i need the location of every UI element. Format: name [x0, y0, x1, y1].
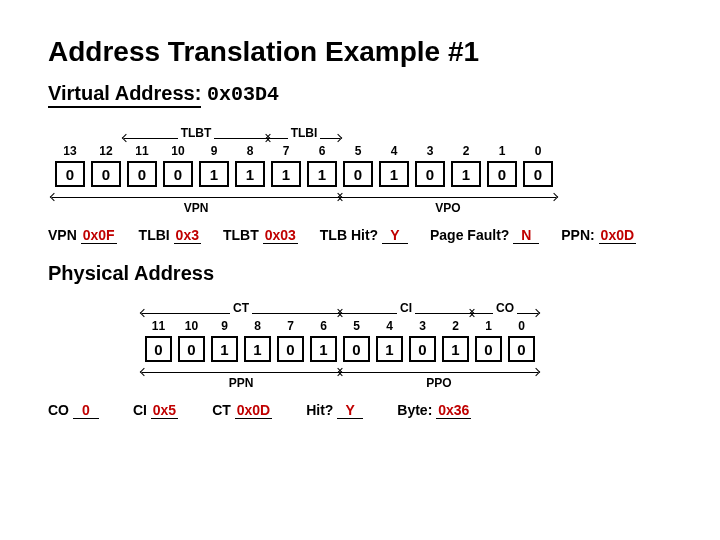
bit-index: 9	[211, 144, 218, 158]
bit-col: 41	[376, 144, 412, 187]
lbl-pagefault: Page Fault?	[430, 227, 509, 243]
lbl-co: CO	[48, 402, 69, 418]
bit-value: 1	[244, 336, 271, 362]
bit-index: 9	[221, 319, 228, 333]
bit-value: 0	[409, 336, 436, 362]
bit-col: 120	[88, 144, 124, 187]
lbl-vpn: VPN	[48, 227, 77, 243]
bit-value: 0	[523, 161, 553, 187]
pbits-diagram: CT CI CO 11010091817061504130211000 PPN …	[138, 301, 672, 388]
ans-byte: 0x36	[436, 402, 471, 419]
bit-col: 91	[196, 144, 232, 187]
ans-tlbt: 0x03	[263, 227, 298, 244]
bit-index: 4	[386, 319, 393, 333]
range-co: CO	[493, 301, 517, 315]
lbl-byte: Byte:	[397, 402, 432, 418]
bit-value: 0	[475, 336, 502, 362]
bit-index: 0	[518, 319, 525, 333]
bit-col: 71	[268, 144, 304, 187]
ans-ci: 0x5	[151, 402, 178, 419]
bit-value: 1	[199, 161, 229, 187]
bit-col: 21	[448, 144, 484, 187]
lbl-tlbhit: TLB Hit?	[320, 227, 378, 243]
bit-index: 12	[99, 144, 112, 158]
vbits-bottom-ranges: VPN VPO	[52, 191, 672, 213]
bit-col: 81	[232, 144, 268, 187]
lbl-cachehit: Hit?	[306, 402, 333, 418]
bit-col: 100	[175, 319, 208, 362]
bit-value: 1	[442, 336, 469, 362]
bit-col: 50	[340, 144, 376, 187]
bit-value: 0	[415, 161, 445, 187]
pa-header: Physical Address	[48, 262, 672, 285]
bit-value: 1	[451, 161, 481, 187]
bit-value: 0	[487, 161, 517, 187]
bit-col: 00	[505, 319, 538, 362]
bit-col: 30	[412, 144, 448, 187]
pa-answers: CO 0 CI 0x5 CT 0x0D Hit? Y Byte: 0x36	[48, 402, 672, 419]
bit-col: 21	[439, 319, 472, 362]
bit-col: 10	[484, 144, 520, 187]
page-title: Address Translation Example #1	[48, 36, 672, 68]
range-tlbi: TLBI	[288, 126, 321, 140]
ans-tlbhit: Y	[382, 227, 408, 244]
ans-ct: 0x0D	[235, 402, 272, 419]
bit-index: 10	[185, 319, 198, 333]
bit-index: 11	[135, 144, 148, 158]
va-answers: VPN 0x0F TLBI 0x3 TLBT 0x03 TLB Hit? Y P…	[48, 227, 672, 244]
ans-tlbi: 0x3	[174, 227, 201, 244]
bit-index: 5	[353, 319, 360, 333]
bit-col: 00	[520, 144, 556, 187]
bit-col: 91	[208, 319, 241, 362]
lbl-tlbt: TLBT	[223, 227, 259, 243]
va-subhead: Virtual Address: 0x03D4	[48, 82, 672, 108]
bit-value: 1	[310, 336, 337, 362]
bit-value: 1	[271, 161, 301, 187]
bit-col: 100	[160, 144, 196, 187]
bit-value: 1	[376, 336, 403, 362]
bit-index: 7	[287, 319, 294, 333]
bit-value: 0	[508, 336, 535, 362]
bit-value: 0	[91, 161, 121, 187]
bit-index: 3	[419, 319, 426, 333]
lbl-tlbi: TLBI	[139, 227, 170, 243]
bit-index: 8	[247, 144, 254, 158]
vbits-diagram: TLBT TLBI 130120110100918171615041302110…	[48, 126, 672, 213]
ans-vpn: 0x0F	[81, 227, 117, 244]
bit-index: 4	[391, 144, 398, 158]
bit-col: 81	[241, 319, 274, 362]
range-ppo: PPO	[423, 376, 454, 390]
range-tlbt: TLBT	[178, 126, 215, 140]
bit-index: 2	[463, 144, 470, 158]
bit-col: 41	[373, 319, 406, 362]
range-vpo: VPO	[432, 201, 463, 215]
lbl-ct: CT	[212, 402, 231, 418]
bit-col: 61	[304, 144, 340, 187]
bit-value: 1	[379, 161, 409, 187]
bit-col: 61	[307, 319, 340, 362]
va-value: 0x03D4	[207, 83, 279, 106]
bit-value: 1	[211, 336, 238, 362]
bit-col: 70	[274, 319, 307, 362]
bit-col: 130	[52, 144, 88, 187]
bit-value: 0	[55, 161, 85, 187]
lbl-ppn: PPN:	[561, 227, 594, 243]
bit-col: 110	[124, 144, 160, 187]
lbl-ci: CI	[133, 402, 147, 418]
bit-index: 5	[355, 144, 362, 158]
bit-col: 30	[406, 319, 439, 362]
range-ppn: PPN	[226, 376, 257, 390]
bit-value: 1	[235, 161, 265, 187]
bit-value: 0	[163, 161, 193, 187]
vbits-top-ranges: TLBT TLBI	[52, 126, 672, 144]
bit-index: 7	[283, 144, 290, 158]
bit-value: 0	[145, 336, 172, 362]
bit-index: 3	[427, 144, 434, 158]
ans-pagefault: N	[513, 227, 539, 244]
range-ci: CI	[397, 301, 415, 315]
bit-index: 0	[535, 144, 542, 158]
ans-cachehit: Y	[337, 402, 363, 419]
va-label: Virtual Address:	[48, 82, 201, 108]
bit-value: 0	[277, 336, 304, 362]
bit-value: 0	[343, 336, 370, 362]
